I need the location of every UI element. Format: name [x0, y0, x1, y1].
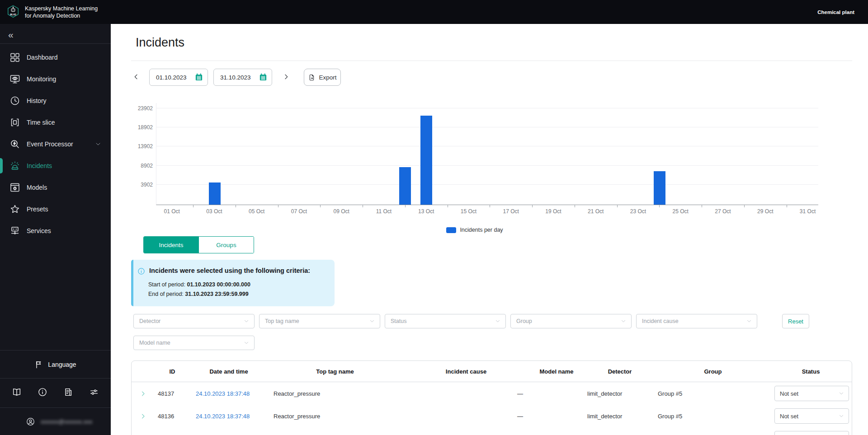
table-row: 4813624.10.2023 18:37:48Reactor_pressure… [132, 405, 852, 427]
incident-datetime-link[interactable]: 24.10.2023 18:37:48 [190, 390, 267, 397]
language-label: Language [48, 361, 76, 368]
services-icon [9, 225, 20, 236]
sidebar-collapse-button[interactable]: « [8, 30, 20, 39]
sidebar-footer-icons [0, 379, 111, 407]
chart-x-tick [278, 205, 278, 207]
language-button[interactable]: Language [0, 351, 111, 378]
table-body: 4813724.10.2023 18:37:48Reactor_pressure… [132, 382, 852, 435]
chart-bar-13-oct[interactable] [420, 116, 432, 205]
date-from-input[interactable]: 01.10.2023 [149, 69, 208, 86]
chart-x-tick-label: 23 Oct [630, 208, 646, 215]
detector-select[interactable]: Detector [133, 314, 255, 328]
info-icon [137, 267, 145, 275]
sidebar-item-event-processor[interactable]: Event Processor [0, 133, 111, 155]
presets-icon [9, 204, 20, 215]
documentation-button[interactable] [12, 387, 22, 399]
sidebar-item-label: History [27, 97, 47, 104]
cell-id: 48137 [154, 390, 190, 397]
column-header-model-name: Model name [529, 368, 584, 375]
chevron-down-icon [838, 390, 844, 397]
app-title-line1: Kaspersky Machine Learning [25, 5, 98, 12]
period-prev-button[interactable] [131, 70, 141, 84]
date-from-value: 01.10.2023 [156, 74, 187, 81]
column-header-group: Group [656, 368, 770, 375]
select-value: Group [516, 318, 532, 324]
cell-incident-cause: — [403, 413, 529, 420]
incidents-chart: 39028902139021890223902 01 Oct03 Oct05 O… [131, 103, 818, 233]
tab-incidents[interactable]: Incidents [144, 237, 198, 253]
sidebar-item-label: Dashboard [27, 54, 58, 61]
status-select[interactable]: Status [385, 314, 506, 328]
chevron-down-icon [620, 318, 627, 324]
expand-row-button[interactable] [132, 413, 154, 420]
chart-bar-03-oct[interactable] [209, 182, 221, 205]
chart-bar-12-oct[interactable] [399, 167, 411, 205]
chart-x-tick-label: 07 Oct [291, 208, 307, 215]
chevron-right-icon [140, 390, 146, 397]
cell-detector: limit_detector [584, 413, 656, 420]
date-to-value: 31.10.2023 [220, 74, 251, 81]
chart-x-tick [575, 205, 575, 207]
chart-bar-24-oct[interactable] [654, 171, 665, 205]
date-to-input[interactable]: 31.10.2023 [213, 69, 272, 86]
criteria-label: Start of period: [148, 281, 187, 288]
sidebar-item-presets[interactable]: Presets [0, 198, 111, 220]
sidebar-item-time-slice[interactable]: Time slice [0, 112, 111, 133]
criteria-line: End of period: 31.10.2023 23:59:59.999 [148, 290, 326, 299]
app-title: Kaspersky Machine Learning for Anomaly D… [25, 5, 98, 19]
mlad-logo-icon: MLAD [6, 5, 20, 19]
sidebar-bottom: Language xxxxxx@xxxxxx.xxx [0, 350, 111, 435]
view-tabs: IncidentsGroups [143, 236, 254, 253]
sidebar-item-models[interactable]: Models [0, 177, 111, 198]
criteria-info-box: Incidents were selected using the follow… [131, 260, 335, 306]
incident-cause-select[interactable]: Incident cause [636, 314, 757, 328]
sidebar-item-services[interactable]: Services [0, 220, 111, 242]
sidebar-item-monitoring[interactable]: Monitoring [0, 68, 111, 90]
chart-x-tick-label: 05 Oct [249, 208, 264, 215]
tab-groups[interactable]: Groups [198, 237, 254, 253]
model-name-select[interactable]: Model name [133, 336, 255, 350]
incidents-icon [9, 160, 20, 171]
chart-x-tick [320, 205, 321, 207]
monitoring-icon [9, 74, 20, 84]
not-set-select[interactable]: Not set [774, 431, 849, 435]
sidebar-item-label: Time slice [27, 119, 55, 126]
incident-datetime-link[interactable]: 24.10.2023 18:37:48 [190, 413, 267, 420]
criteria-value: 01.10.2023 00:00:00.000 [187, 281, 250, 288]
sidebar-item-history[interactable]: History [0, 90, 111, 112]
chart-y-tick-label: 8902 [132, 163, 153, 169]
info-box-title: Incidents were selected using the follow… [149, 267, 310, 274]
top-tag-name-select[interactable]: Top tag name [259, 314, 380, 328]
chart-x-tick [532, 205, 533, 207]
period-next-button[interactable] [281, 70, 291, 84]
chart-x-tick-label: 25 Oct [673, 208, 689, 215]
reset-filters-button[interactable]: Reset [782, 314, 809, 328]
column-header-incident-cause: Incident cause [403, 368, 529, 375]
release-notes-button[interactable] [63, 387, 73, 399]
sidebar-item-label: Monitoring [27, 75, 56, 83]
criteria-value: 31.10.2023 23:59:59.999 [185, 291, 248, 297]
table-row: 4813724.10.2023 18:37:48Reactor_pressure… [132, 382, 852, 405]
cell-group: Group #5 [656, 390, 770, 397]
about-button[interactable] [38, 387, 47, 399]
sidebar-item-incidents[interactable]: Incidents [0, 155, 111, 177]
group-select[interactable]: Group [510, 314, 632, 328]
time-slice-icon [9, 117, 20, 128]
sliders-icon [89, 387, 99, 397]
chart-gridline [156, 146, 818, 146]
user-account[interactable]: xxxxxx@xxxxxx.xxx [0, 408, 111, 435]
legend-swatch [446, 227, 456, 233]
export-button[interactable]: Export [304, 69, 341, 86]
not-set-select[interactable]: Not set [774, 386, 849, 401]
chart-gridline [156, 165, 818, 166]
chart-plot: 39028902139021890223902 [156, 103, 818, 205]
event-processor-icon [9, 139, 20, 150]
chart-gridline [156, 127, 818, 127]
sidebar-item-dashboard[interactable]: Dashboard [0, 47, 111, 68]
brand: MLAD Kaspersky Machine Learning for Anom… [0, 0, 111, 24]
column-header-status: Status [770, 368, 852, 375]
not-set-select[interactable]: Not set [774, 408, 849, 424]
settings-button[interactable] [89, 387, 99, 399]
models-icon [9, 182, 20, 193]
expand-row-button[interactable] [132, 390, 154, 397]
